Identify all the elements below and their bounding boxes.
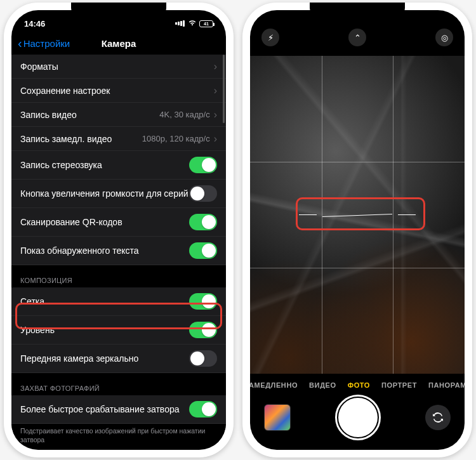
row-mirror-front[interactable]: Передняя камера зеркально <box>11 345 226 373</box>
back-label: Настройки <box>23 38 70 49</box>
wifi-icon <box>188 19 197 28</box>
section-header-composition: КОМПОЗИЦИЯ <box>11 265 226 287</box>
shutter-button[interactable] <box>338 398 378 437</box>
row-qr[interactable]: Сканирование QR-кодов <box>11 208 226 237</box>
row-label: Сохранение настроек <box>20 86 214 96</box>
chevron-right-icon: › <box>214 85 217 96</box>
row-record-video[interactable]: Запись видео 4K, 30 кадр/с › <box>11 103 226 127</box>
section-footer-faster: Подстраивает качество изображений при бы… <box>11 424 226 445</box>
mode-video[interactable]: ВИДЕО <box>309 381 336 389</box>
row-label: Запись видео <box>20 110 159 120</box>
camera-screen: ⚡︎ ⌃ ◎ ЗАМЕДЛЕННО ВИДЕО ФОТО ПОРТ <box>250 10 465 450</box>
row-formats[interactable]: Форматы › <box>11 55 226 79</box>
row-detail: 1080p, 120 кадр/с <box>142 134 210 143</box>
nav-title: Камера <box>102 38 136 49</box>
navigation-bar: ‹ Настройки Камера <box>11 33 226 55</box>
camera-mode-selector[interactable]: ЗАМЕДЛЕННО ВИДЕО ФОТО ПОРТРЕТ ПАНОРАМА <box>250 374 465 394</box>
toggle-level[interactable] <box>189 322 217 338</box>
toggle-qr[interactable] <box>189 214 217 230</box>
row-label: Сетка <box>20 296 189 306</box>
row-preserve-settings[interactable]: Сохранение настроек › <box>11 79 226 103</box>
toggle-grid[interactable] <box>189 293 217 310</box>
row-label: Кнопка увеличения громкости для серий <box>20 188 189 199</box>
status-indicators: 41 <box>175 19 213 28</box>
row-volume-burst[interactable]: Кнопка увеличения громкости для серий <box>11 180 226 208</box>
row-level[interactable]: Уровень <box>11 316 226 345</box>
section-header-capture: ЗАХВАТ ФОТОГРАФИЙ <box>11 373 226 395</box>
switch-camera-button[interactable] <box>425 405 451 430</box>
row-label: Сканирование QR-кодов <box>20 217 189 227</box>
row-label: Показ обнаруженного текста <box>20 246 189 256</box>
highlight-level-indicator <box>296 197 425 230</box>
row-stereo[interactable]: Запись стереозвука <box>11 151 226 180</box>
chevron-right-icon: › <box>214 109 217 121</box>
flash-icon: ⚡︎ <box>268 33 274 43</box>
row-detail: 4K, 30 кадр/с <box>159 110 209 119</box>
camera-controls-expand-button[interactable]: ⌃ <box>348 29 366 46</box>
row-slomo[interactable]: Запись замедл. видео 1080p, 120 кадр/с › <box>11 127 226 151</box>
status-time: 14:46 <box>24 19 45 29</box>
toggle-detected-text[interactable] <box>189 242 217 259</box>
battery-icon: 41 <box>199 20 213 27</box>
toggle-volume-burst[interactable] <box>189 185 217 202</box>
grid-line-h1 <box>250 162 465 162</box>
toggle-mirror-front[interactable] <box>189 350 217 367</box>
flash-button[interactable]: ⚡︎ <box>261 29 279 46</box>
last-photo-thumbnail[interactable] <box>264 404 291 431</box>
chevron-right-icon: › <box>214 133 217 145</box>
notch <box>310 3 405 18</box>
row-label: Более быстрое срабатывание затвора <box>20 404 189 414</box>
settings-screen: 14:46 41 ‹ Настройки Камера Форматы › <box>11 10 226 450</box>
switch-camera-icon <box>432 411 444 424</box>
notch <box>71 3 166 18</box>
grid-line-h2 <box>250 268 465 268</box>
viewfinder[interactable] <box>250 56 465 374</box>
mode-slow[interactable]: ЗАМЕДЛЕННО <box>250 381 298 389</box>
row-detected-text[interactable]: Показ обнаруженного текста <box>11 237 226 265</box>
phone-mock-right: ⚡︎ ⌃ ◎ ЗАМЕДЛЕННО ВИДЕО ФОТО ПОРТ <box>242 3 472 457</box>
row-label: Запись стереозвука <box>20 160 189 170</box>
camera-bottom-bar <box>250 394 465 450</box>
mode-portrait[interactable]: ПОРТРЕТ <box>381 381 417 389</box>
row-label: Запись замедл. видео <box>20 134 142 144</box>
toggle-faster-shutter[interactable] <box>189 401 217 417</box>
phone-mock-left: 14:46 41 ‹ Настройки Камера Форматы › <box>4 3 234 457</box>
row-label: Уровень <box>20 325 189 335</box>
row-label: Передняя камера зеркально <box>20 353 189 364</box>
back-button[interactable]: ‹ Настройки <box>18 37 70 49</box>
settings-list[interactable]: Форматы › Сохранение настроек › Запись в… <box>11 55 226 445</box>
row-grid[interactable]: Сетка <box>11 287 226 316</box>
cellular-signal-icon <box>175 20 185 27</box>
mode-pano[interactable]: ПАНОРАМА <box>428 381 465 389</box>
scroll-indicator <box>223 55 225 123</box>
row-faster-shutter[interactable]: Более быстрое срабатывание затвора <box>11 395 226 424</box>
mode-photo[interactable]: ФОТО <box>348 381 370 389</box>
chevron-left-icon: ‹ <box>18 37 22 49</box>
row-label: Форматы <box>20 62 214 72</box>
chevron-up-icon: ⌃ <box>354 33 361 43</box>
live-off-icon: ◎ <box>441 33 448 43</box>
live-photo-button[interactable]: ◎ <box>435 29 453 46</box>
chevron-right-icon: › <box>214 61 217 72</box>
toggle-stereo[interactable] <box>189 157 217 173</box>
